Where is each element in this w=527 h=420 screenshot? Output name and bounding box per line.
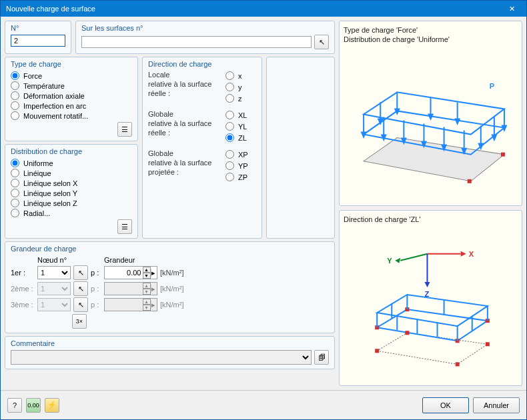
svg-marker-50 (377, 295, 488, 326)
spin-up[interactable]: ▲ (143, 267, 151, 273)
spin-down[interactable]: ▼ (143, 273, 151, 279)
numero-label: N° (11, 24, 65, 33)
col-noeud: Nœud n° (37, 256, 71, 264)
type-charge-option[interactable]: Température (11, 81, 132, 91)
distribution-option[interactable]: Linéique selon Z (11, 198, 132, 208)
dialog-window: Nouvelle charge de surface ✕ N° Sur les … (0, 0, 527, 420)
spin-down: ▼ (143, 305, 151, 311)
preview-direction-svg: X Y Z (344, 227, 518, 381)
direction-option[interactable]: y (225, 82, 256, 92)
distribution-option[interactable]: Radial... (11, 208, 132, 218)
direction-option[interactable]: YP (225, 161, 256, 171)
numero-input[interactable] (11, 35, 65, 47)
grandeur-unit: [kN/m²] (160, 301, 179, 309)
pick-surfaces-button[interactable]: ↖ (314, 35, 329, 49)
slider-icon[interactable]: ▸ (151, 269, 156, 277)
grandeur-multi-button[interactable]: 3× (72, 314, 87, 329)
grandeur-input (106, 300, 143, 309)
direction-option[interactable]: z (225, 93, 256, 103)
cursor-icon: ↖ (319, 38, 325, 47)
apply-button[interactable]: ⚡ (45, 398, 59, 413)
distribution-option[interactable]: Linéique (11, 168, 132, 178)
svg-marker-35 (395, 258, 400, 263)
svg-marker-23 (395, 109, 399, 113)
grandeur-title: Grandeur de charge (11, 245, 329, 254)
titlebar: Nouvelle charge de surface ✕ (1, 1, 526, 17)
type-charge-more-button[interactable]: ☰ (117, 122, 132, 137)
grandeur-unit: [kN/m²] (160, 269, 179, 277)
library-icon: ☰ (121, 223, 128, 231)
svg-marker-38 (424, 282, 430, 287)
type-charge-option[interactable]: Imperfection en arc (11, 101, 132, 111)
direction-option[interactable]: x (225, 71, 256, 81)
spin-down: ▼ (143, 289, 151, 295)
preview-type: Type de charge 'Force' Distribution de c… (339, 21, 522, 206)
help-button[interactable]: ? (7, 398, 22, 413)
col-grandeur: Grandeur (104, 256, 157, 264)
type-charge-title: Type de charge (11, 60, 132, 69)
ok-button[interactable]: OK (422, 397, 469, 413)
footer: ? 0.00 ⚡ OK Annuler (1, 390, 526, 419)
type-charge-option[interactable]: Force (11, 71, 132, 81)
grandeur-input (106, 284, 143, 293)
surfaces-input[interactable] (81, 36, 312, 48)
grandeur-value-box: ▲▼▸ (104, 282, 157, 295)
spin-up: ▲ (143, 283, 151, 289)
grandeur-unit: [kN/m²] (160, 285, 179, 293)
commentaire-combo[interactable] (11, 350, 312, 365)
distribution-title: Distribution de charge (11, 147, 132, 157)
direction-option[interactable]: XP (225, 149, 256, 159)
svg-rect-2 (501, 152, 505, 156)
group-commentaire: Commentaire 🗐 (5, 336, 335, 369)
window-title: Nouvelle charge de surface (6, 5, 95, 13)
cursor-icon: ↖ (78, 285, 84, 293)
noeud-select[interactable]: 1 (37, 266, 71, 279)
svg-marker-41 (377, 309, 488, 341)
distribution-option[interactable]: Linéique selon X (11, 178, 132, 188)
cancel-button[interactable]: Annuler (473, 397, 520, 413)
group-direction: Direction de charge Localerelative à la … (142, 57, 262, 239)
grandeur-value-box[interactable]: ▲▼▸ (104, 266, 157, 279)
help-icon: ? (13, 401, 17, 409)
preview-dir-line1: Direction de charge 'ZL' (344, 215, 518, 224)
direction-title: Direction de charge (148, 60, 256, 69)
pick-node-button: ↖ (73, 281, 88, 296)
grandeur-row: 2ème :1↖p :▲▼▸[kN/m²] (11, 281, 329, 297)
preview-type-line1: Type de charge 'Force' (344, 25, 518, 35)
direction-option[interactable]: XL (225, 110, 256, 120)
grandeur-row-label: 3ème : (11, 301, 35, 309)
direction-option[interactable]: YL (225, 121, 256, 131)
svg-marker-29 (456, 119, 460, 123)
svg-marker-5 (362, 132, 366, 137)
svg-marker-30 (364, 92, 504, 134)
pick-node-button[interactable]: ↖ (73, 265, 88, 280)
slider-icon: ▸ (151, 301, 156, 309)
group-distribution: Distribution de charge UniformeLinéiqueL… (5, 144, 138, 239)
preview-type-line2: Distribution de charge 'Uniforme' (344, 35, 518, 44)
commentaire-library-button[interactable]: 🗐 (314, 350, 329, 365)
cursor-icon: ↖ (78, 269, 84, 277)
svg-rect-43 (456, 362, 460, 366)
distribution-option[interactable]: Uniforme (11, 158, 132, 168)
distribution-more-button[interactable]: ☰ (117, 219, 132, 234)
grandeur-input[interactable] (106, 268, 143, 277)
direction-option[interactable]: ZP (225, 172, 256, 182)
svg-rect-1 (468, 179, 472, 183)
distribution-option[interactable]: Linéique selon Y (11, 188, 132, 198)
units-button[interactable]: 0.00 (26, 398, 41, 413)
grandeur-row: 3ème :1↖p :▲▼▸[kN/m²] (11, 297, 329, 313)
grandeur-row-label: 2ème : (11, 285, 35, 293)
right-pane: Type de charge 'Force' Distribution de c… (339, 21, 522, 386)
svg-rect-42 (375, 349, 379, 353)
multi-icon: 3× (76, 318, 83, 325)
close-button[interactable]: ✕ (502, 2, 521, 15)
type-charge-option[interactable]: Déformation axiale (11, 91, 132, 101)
svg-marker-27 (428, 114, 432, 119)
cursor-icon: ↖ (78, 301, 84, 309)
svg-text:Y: Y (387, 257, 392, 265)
dialog-body: N° Sur les surfaces n° ↖ (1, 17, 526, 390)
noeud-select: 1 (37, 282, 71, 295)
direction-option[interactable]: ZL (225, 133, 256, 143)
type-charge-option[interactable]: Mouvement rotatif... (11, 111, 132, 121)
svg-text:X: X (469, 250, 474, 258)
